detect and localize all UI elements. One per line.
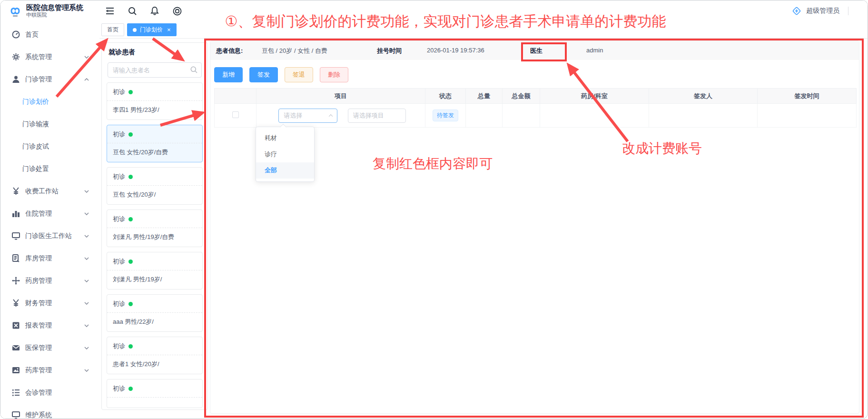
chevron-down-icon <box>84 56 89 59</box>
user-icon <box>12 75 20 83</box>
item-search-input[interactable] <box>348 109 406 123</box>
item-type-dropdown: 耗材 诊疗 全部 <box>256 127 315 182</box>
sidebar-item-outpatient-mgmt[interactable]: 门诊管理 <box>0 68 99 90</box>
yen-icon <box>12 187 20 195</box>
status-dot <box>128 90 133 94</box>
fullscreen-icon[interactable] <box>172 6 182 16</box>
sidebar-item-warehouse-mgmt[interactable]: 库房管理 <box>0 247 99 269</box>
col-total-qty: 总量 <box>466 89 503 104</box>
status-dot <box>128 132 133 137</box>
item-type-select[interactable]: 请选择 <box>278 109 337 123</box>
app-window: 医院信息管理系统 中联医院 超级管理员 <box>0 0 868 419</box>
patient-info-value: 豆包 / 20岁 / 女性 / 自费 <box>262 47 327 55</box>
dropdown-option-all[interactable]: 全部 <box>256 162 314 179</box>
sidebar-item-pharmacy-mgmt[interactable]: 药房管理 <box>0 269 99 292</box>
registration-time-value: 2026-01-19 19:57:36 <box>427 47 484 54</box>
sidebar-item-outpatient-pricing[interactable]: 门诊划价 <box>0 90 99 113</box>
search-icon[interactable] <box>128 6 137 16</box>
sidebar-item-finance-mgmt[interactable]: 财务管理 <box>0 292 99 314</box>
medical-cross-icon <box>792 6 801 16</box>
patient-card-selected[interactable]: 初诊 豆包 女性/20岁/自费 <box>107 125 203 162</box>
col-issuer: 签发人 <box>649 89 758 104</box>
image-icon <box>12 366 20 374</box>
status-dot <box>128 344 133 349</box>
cell-issue-time <box>758 104 857 128</box>
search-icon[interactable] <box>190 66 197 75</box>
patient-card[interactable]: 初诊 aaa 男性/22岁/ <box>107 294 203 332</box>
patient-card[interactable]: 初诊 刘潇凡 男性/19岁/ <box>107 252 203 289</box>
patient-card[interactable]: 初诊 豆包 女性/20岁/ <box>107 167 203 205</box>
header-divider <box>848 7 848 15</box>
sidebar-item-outpatient-infusion[interactable]: 门诊输液 <box>0 113 99 135</box>
patient-panel-title: 就诊患者 <box>102 43 207 60</box>
billing-table: 项目 状态 总量 总金额 药房/科室 签发人 签发时间 请选择 <box>214 88 857 128</box>
dropdown-option-treatment[interactable]: 诊疗 <box>256 146 314 162</box>
patient-search-input[interactable] <box>108 62 202 78</box>
chevron-down-icon <box>84 324 89 327</box>
sidebar-item-inpatient-mgmt[interactable]: 住院管理 <box>0 202 99 225</box>
revoke-button[interactable]: 签退 <box>285 67 313 82</box>
doctor-label: 医生 <box>530 47 542 55</box>
sidebar-item-outpatient-doctor-workstation[interactable]: 门诊医生工作站 <box>0 225 99 247</box>
chevron-down-icon <box>84 190 89 193</box>
col-issue-time: 签发时间 <box>758 89 857 104</box>
patient-card[interactable]: 初诊 <box>107 379 203 408</box>
monitor-icon <box>12 232 20 240</box>
patient-card[interactable]: 初诊 刘潇凡 男性/19岁/自费 <box>107 210 203 247</box>
brand: 医院信息管理系统 中联医院 <box>8 3 83 19</box>
tab-home[interactable]: 首页 <box>101 23 124 36</box>
sidebar-item-consultation-mgmt[interactable]: 会诊管理 <box>0 381 99 404</box>
chevron-down-icon <box>84 279 89 282</box>
col-item: 项目 <box>256 89 425 104</box>
tab-outpatient-pricing[interactable]: 门诊划价 × <box>127 23 177 36</box>
sidebar-item-charging-workstation[interactable]: 收费工作站 <box>0 180 99 202</box>
collapse-sidebar-icon[interactable] <box>105 6 115 16</box>
chevron-down-icon <box>84 257 89 260</box>
user-role-label[interactable]: 超级管理员 <box>806 7 839 15</box>
chevron-down-icon <box>84 302 89 305</box>
envelope-icon <box>12 344 20 352</box>
issue-button[interactable]: 签发 <box>249 67 278 82</box>
patient-card[interactable]: 初诊 患者1 女性/20岁/ <box>107 337 203 374</box>
sidebar-item-outpatient-skin-test[interactable]: 门诊皮试 <box>0 135 99 158</box>
col-status: 状态 <box>425 89 466 104</box>
move-cross-icon <box>12 277 20 285</box>
status-badge: 待签发 <box>433 110 458 121</box>
row-checkbox[interactable] <box>232 111 239 118</box>
dashboard-icon <box>12 30 20 39</box>
notification-bell-icon[interactable] <box>150 6 159 16</box>
delete-button[interactable]: 删除 <box>320 67 348 82</box>
chevron-up-icon <box>84 78 89 81</box>
patient-card[interactable]: 初诊 李四1 男性/23岁/ <box>107 82 203 120</box>
sidebar: 首页 系统管理 门诊管理 门诊划价 门诊输液 门诊皮试 门诊处置 <box>0 21 99 419</box>
sidebar-item-maintenance-system[interactable]: 维护系统 <box>0 404 99 419</box>
status-dot <box>128 302 133 306</box>
col-checkbox <box>215 89 256 104</box>
status-dot <box>128 259 133 264</box>
chevron-down-icon <box>84 212 89 215</box>
document-icon <box>12 254 20 262</box>
monitor-icon <box>12 411 20 419</box>
cell-total-qty <box>466 104 503 128</box>
sidebar-item-drug-storage-mgmt[interactable]: 药库管理 <box>0 359 99 381</box>
sidebar-item-outpatient-disposal[interactable]: 门诊处置 <box>0 158 99 180</box>
app-subtitle: 中联医院 <box>26 11 83 19</box>
main-content: 患者信息: 豆包 / 20岁 / 女性 / 自费 挂号时间 2026-01-19… <box>210 40 859 414</box>
table-row: 请选择 待签发 <box>215 104 857 128</box>
toolbar: 新增 签发 签退 删除 <box>210 60 859 88</box>
chevron-up-icon <box>329 114 333 119</box>
sidebar-item-system-mgmt[interactable]: 系统管理 <box>0 46 99 68</box>
add-button[interactable]: 新增 <box>214 67 243 82</box>
col-pharmacy-dept: 药房/科室 <box>540 89 649 104</box>
patient-info-label: 患者信息: <box>216 47 243 55</box>
dropdown-option-consumables[interactable]: 耗材 <box>256 130 314 146</box>
sidebar-item-medical-insurance-mgmt[interactable]: 医保管理 <box>0 337 99 359</box>
chevron-down-icon <box>84 369 89 372</box>
bar-chart-icon <box>12 210 20 218</box>
yen-icon <box>12 299 20 307</box>
close-tab-icon[interactable]: × <box>167 27 171 33</box>
app-title: 医院信息管理系统 <box>26 3 83 11</box>
sidebar-item-home[interactable]: 首页 <box>0 23 99 46</box>
gear-icon <box>12 53 20 61</box>
sidebar-item-report-mgmt[interactable]: 报表管理 <box>0 314 99 337</box>
